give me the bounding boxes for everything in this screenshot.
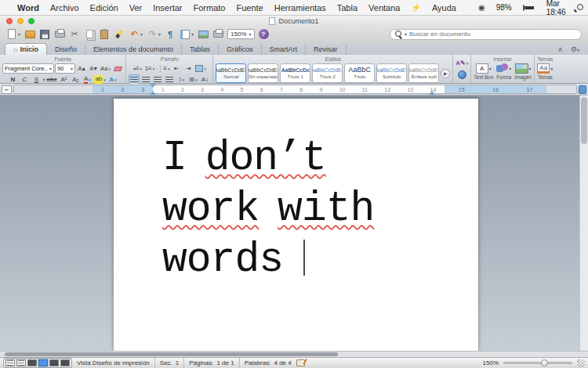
tab-smartart[interactable]: SmartArt	[262, 44, 307, 55]
redo-button[interactable]: ↷▾	[147, 29, 161, 40]
themes-button[interactable]: Aa▾Temas	[537, 63, 553, 80]
style-chip-titulo-2[interactable]: AaBbCcDdEeTítulo 2	[312, 63, 343, 83]
grow-font-button[interactable]: A▴	[76, 63, 87, 74]
search-field[interactable]: ▾	[390, 29, 582, 40]
columns-button[interactable]: ▾	[194, 63, 207, 74]
sidebar-view-button[interactable]: ▾	[180, 29, 194, 40]
right-indent-marker[interactable]	[429, 91, 435, 95]
menubar-clock[interactable]: Mar 18:46	[546, 0, 566, 16]
record-icon[interactable]: ◉	[478, 3, 485, 12]
open-button[interactable]	[24, 29, 35, 40]
paste-button[interactable]	[99, 29, 110, 40]
collapse-ribbon-button[interactable]: ∧	[554, 45, 567, 55]
tab-tablas[interactable]: Tablas	[182, 44, 219, 55]
tab-elementos[interactable]: Elementos de documento	[85, 44, 182, 55]
outdent-button[interactable]: ⇤	[171, 63, 182, 74]
chevron-down-icon: ▾	[195, 78, 198, 82]
zoom-slider[interactable]	[503, 362, 572, 364]
print-preview-button[interactable]	[212, 29, 223, 40]
view-fullscreen-button[interactable]	[60, 359, 70, 366]
show-formatting-button[interactable]: ¶	[165, 29, 176, 40]
chevron-down-icon: ▾	[509, 66, 511, 71]
multilevel-list-button[interactable]: ⋮≡▾	[156, 63, 170, 74]
font-name-select[interactable]: Fragment Core...▾	[2, 63, 54, 74]
vertical-scrollbar-thumb[interactable]	[581, 97, 587, 144]
style-chip-titulo[interactable]: AaBbCTítulo	[344, 63, 375, 83]
style-chip-normal[interactable]: AaBbCcDdEeNormal	[216, 63, 246, 83]
text-box-button[interactable]: A▾Text Box	[474, 63, 493, 80]
menu-item-formato[interactable]: Formato	[193, 3, 225, 13]
format-painter-button[interactable]	[114, 29, 125, 40]
help-button[interactable]: ?	[259, 29, 269, 39]
menu-item-herramientas[interactable]: Herramientas	[274, 3, 326, 13]
undo-button[interactable]: ↶▾	[129, 29, 143, 40]
ribbon-settings-button[interactable]: ⚙▾	[567, 45, 583, 55]
document-page[interactable]: Idon’t workwith words	[114, 99, 478, 351]
chevron-down-icon: ▾	[191, 31, 194, 37]
menu-item-ver[interactable]: Ver	[129, 3, 143, 13]
change-case-button[interactable]: Aa▾	[100, 63, 111, 74]
cut-button[interactable]: ✂	[69, 29, 80, 40]
font-size-select[interactable]: 90▾	[55, 63, 75, 74]
view-print-layout-button[interactable]	[38, 359, 48, 366]
menu-item-insertar[interactable]: Insertar	[153, 3, 182, 13]
first-line-indent-marker[interactable]	[150, 84, 156, 88]
tab-graficos[interactable]: Gráficos	[219, 44, 262, 55]
style-chip-sin-espaciado[interactable]: AaBbCcDdEeSin espaciado	[248, 63, 278, 83]
tab-diseno[interactable]: Diseño	[47, 44, 85, 55]
search-input[interactable]	[409, 31, 576, 38]
menu-item-ayuda[interactable]: Ayuda	[432, 3, 456, 13]
tab-selector[interactable]: ⌐	[2, 85, 12, 94]
indent-button[interactable]: ⇥	[183, 63, 194, 74]
view-publishing-button[interactable]	[27, 359, 37, 366]
horizontal-scrollbar-thumb[interactable]	[5, 352, 338, 356]
vertical-scrollbar[interactable]	[579, 96, 588, 351]
zoom-button[interactable]	[28, 18, 34, 24]
more-styles-button[interactable]: ▶	[441, 69, 450, 78]
manage-styles-button[interactable]: A✎▾	[455, 58, 469, 68]
new-document-button[interactable]: ▾	[6, 29, 20, 40]
style-chip-enfasis-sutil[interactable]: AaBbCcDdEeÉnfasis sutil	[408, 63, 439, 83]
style-chip-titulo-1[interactable]: AaBbCcDcTítulo 1	[280, 63, 310, 83]
zoom-select[interactable]: 150%▾	[227, 29, 254, 39]
ruler-toggle-button[interactable]	[579, 85, 586, 94]
menu-item-word[interactable]: Word	[17, 3, 39, 13]
words-label[interactable]: Palabras:	[245, 359, 271, 366]
bullets-button[interactable]: •≡▾	[132, 63, 143, 74]
save-button[interactable]	[39, 29, 50, 40]
print-button[interactable]	[54, 29, 65, 40]
menu-item-tabla[interactable]: Tabla	[337, 3, 358, 13]
clear-formatting-button[interactable]	[112, 63, 123, 74]
menu-item-fuente[interactable]: Fuente	[236, 3, 263, 13]
image-button[interactable]: ▾Imagen	[514, 63, 532, 80]
view-outline-button[interactable]	[16, 359, 26, 366]
styles-tools: A✎▾	[453, 55, 471, 83]
shape-button[interactable]: ▾Forma	[496, 63, 511, 80]
horizontal-scrollbar[interactable]	[0, 351, 588, 357]
view-notebook-button[interactable]	[49, 359, 59, 366]
battery-icon[interactable]	[523, 5, 524, 11]
view-draft-button[interactable]	[5, 359, 15, 366]
menu-item-archivo[interactable]: Archivo	[50, 3, 79, 13]
style-guides-button[interactable]	[455, 70, 469, 80]
spelling-status-icon[interactable]	[296, 359, 305, 366]
numbering-button[interactable]: 1≡▾	[144, 63, 156, 74]
media-browser-button[interactable]	[198, 29, 209, 40]
minimize-button[interactable]	[17, 18, 24, 24]
copy-button[interactable]	[84, 29, 95, 40]
tab-inicio[interactable]: ⌂Inicio	[5, 43, 47, 55]
ruler-right-margin: 151617	[445, 85, 546, 93]
view-mode-label: Vista Diseño de impresión	[77, 359, 150, 366]
zoom-slider-knob[interactable]	[541, 359, 548, 366]
ruler[interactable]: 123 1234567891011121314 151617	[13, 85, 577, 94]
menu-item-ventana[interactable]: Ventana	[368, 3, 400, 13]
style-name: Énfasis sutil	[412, 74, 437, 80]
menu-item-edicion[interactable]: Edición	[90, 3, 118, 13]
shrink-font-button[interactable]: A▾	[88, 63, 99, 74]
style-chip-subtitulo[interactable]: AaBbCcDdEeSubtítulo	[376, 63, 407, 83]
resize-grip[interactable]	[577, 359, 585, 367]
tab-revisar[interactable]: Revisar	[306, 44, 347, 55]
hanging-indent-marker[interactable]	[150, 91, 156, 95]
close-button[interactable]	[6, 18, 13, 24]
bolt-menu-icon[interactable]: ⚡	[411, 3, 420, 12]
